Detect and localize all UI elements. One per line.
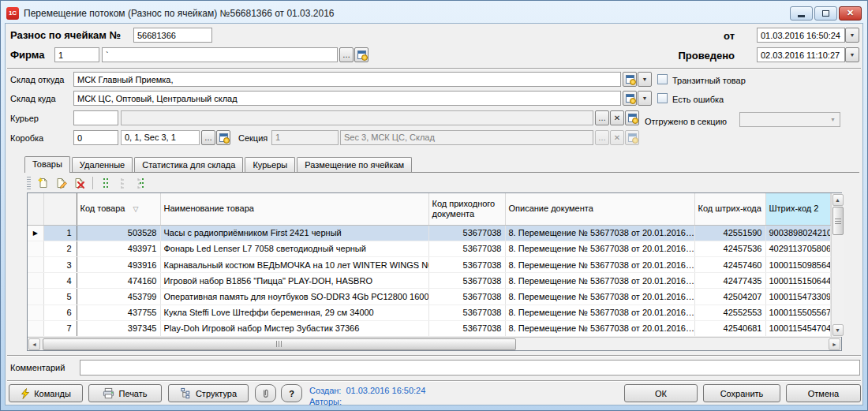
- cell-barcode_code[interactable]: 42552553: [694, 305, 765, 320]
- tab-2[interactable]: Статистика для склада: [134, 157, 243, 172]
- cell-num[interactable]: 6: [43, 305, 77, 320]
- cell-barcode2[interactable]: 1000115454704: [765, 320, 830, 336]
- cancel-button[interactable]: Отмена: [786, 384, 861, 402]
- cell-doc_code[interactable]: 53677038: [428, 256, 505, 272]
- cell-num[interactable]: 4: [43, 273, 77, 289]
- posted-date-input[interactable]: [757, 47, 845, 62]
- cell-name[interactable]: Карнавальный костюм ВЕДЬМОЧКА на 10 лет …: [160, 256, 428, 272]
- close-button[interactable]: ✕: [839, 6, 862, 21]
- commands-button[interactable]: Команды: [9, 384, 83, 402]
- firm-name-input[interactable]: [102, 47, 338, 62]
- date-input[interactable]: [757, 28, 845, 43]
- courier-code-input[interactable]: [73, 110, 118, 125]
- minimize-button[interactable]: [790, 6, 813, 21]
- cell-doc_code[interactable]: 53677038: [428, 273, 505, 289]
- row-marker-cell[interactable]: [28, 241, 43, 256]
- print-button[interactable]: Печать: [88, 384, 162, 402]
- titlebar[interactable]: 1С Перемещение потоком (Разнос по ячейка…: [5, 4, 863, 22]
- attachments-button[interactable]: [255, 384, 276, 402]
- table-row[interactable]: 4474160Игровой набор B1856 "Пицца" PLAY-…: [28, 273, 830, 289]
- vertical-scrollbar[interactable]: ▲ ▼: [831, 193, 844, 337]
- cell-barcode_code[interactable]: 42457536: [694, 241, 765, 256]
- cell-doc_code[interactable]: 53677038: [428, 241, 505, 256]
- comment-input[interactable]: [80, 360, 860, 376]
- add-row-button[interactable]: [36, 176, 51, 190]
- cell-name[interactable]: Оперативная память для ноутбуков SO-DDR3…: [160, 289, 428, 305]
- table-row[interactable]: 3493916Карнавальный костюм ВЕДЬМОЧКА на …: [28, 256, 830, 272]
- cell-doc_code[interactable]: 53677038: [428, 320, 505, 336]
- firm-code-input[interactable]: [54, 47, 99, 62]
- cell-doc_desc[interactable]: 8. Перемещение № 53677038 от 20.01.2016…: [505, 289, 694, 305]
- cell-name[interactable]: Фонарь Led Lenser L7 7058 светодиодный ч…: [160, 241, 428, 256]
- table-row[interactable]: 7397345Play-Doh Игровой набор Мистер Зуб…: [28, 320, 830, 336]
- transit-goods-checkbox[interactable]: [657, 74, 668, 84]
- row-marker-cell[interactable]: [28, 289, 43, 305]
- structure-button[interactable]: Структура: [168, 384, 249, 402]
- toolbar-drag-handle[interactable]: [27, 177, 31, 189]
- firm-ellipsis-button[interactable]: …: [339, 47, 354, 62]
- cell-barcode2[interactable]: 9003898024210: [765, 225, 830, 241]
- scroll-down-button[interactable]: ▼: [832, 324, 844, 336]
- tab-1[interactable]: Удаленные: [72, 157, 133, 172]
- cell-num[interactable]: 1: [43, 225, 77, 241]
- cell-barcode2[interactable]: 4029113705806: [765, 241, 830, 256]
- cell-name[interactable]: Play-Doh Игровой набор Мистер Зубастик 3…: [160, 320, 428, 336]
- edit-row-button[interactable]: [54, 176, 69, 190]
- table-row[interactable]: 2493971Фонарь Led Lenser L7 7058 светоди…: [28, 241, 830, 256]
- cell-doc_code[interactable]: 53677038: [428, 305, 505, 320]
- save-button[interactable]: Сохранить: [703, 384, 780, 402]
- vertical-scroll-thumb[interactable]: [832, 207, 844, 235]
- warehouse-from-input[interactable]: [73, 72, 621, 87]
- tab-3[interactable]: Курьеры: [245, 157, 295, 172]
- column-header-barcode2[interactable]: Штрих-код 2: [765, 193, 830, 225]
- column-header-barcode-code[interactable]: Код штрих-кода: [694, 193, 765, 225]
- scroll-up-button[interactable]: ▲: [832, 194, 844, 206]
- unmark-rows-button[interactable]: [116, 176, 132, 190]
- mark-rows-button[interactable]: [98, 176, 114, 190]
- current-row-pointer-icon[interactable]: ▶: [28, 225, 43, 241]
- box-code-input[interactable]: [73, 130, 118, 145]
- column-header-item-name[interactable]: Наименование товара: [160, 193, 428, 225]
- delete-row-button[interactable]: [72, 176, 88, 190]
- cell-barcode2[interactable]: 1000115150644: [765, 273, 830, 289]
- cell-code[interactable]: 474160: [77, 273, 160, 289]
- ok-button[interactable]: ОК: [624, 384, 698, 402]
- posted-dropdown-button[interactable]: ▼: [845, 47, 859, 62]
- cell-code[interactable]: 493916: [77, 256, 160, 272]
- has-error-checkbox[interactable]: [657, 93, 668, 103]
- cell-num[interactable]: 7: [43, 320, 77, 336]
- cell-code[interactable]: 437755: [77, 305, 160, 320]
- courier-open-button[interactable]: [625, 110, 639, 125]
- cell-doc_code[interactable]: 53677038: [428, 289, 505, 305]
- horizontal-scroll-track[interactable]: [41, 338, 828, 350]
- warehouse-to-input[interactable]: [73, 91, 621, 106]
- cell-name[interactable]: Часы с радиоприёмником First 2421 черный: [160, 225, 428, 241]
- cell-barcode_code[interactable]: 42477435: [694, 273, 765, 289]
- cell-doc_desc[interactable]: 8. Перемещение № 53677038 от 20.01.2016…: [505, 241, 694, 256]
- column-header-incoming-doc-code[interactable]: Код приходного документа: [428, 193, 505, 225]
- cell-num[interactable]: 2: [43, 241, 77, 256]
- row-marker-cell[interactable]: [28, 305, 43, 320]
- cell-num[interactable]: 3: [43, 256, 77, 272]
- cell-code[interactable]: 493971: [77, 241, 160, 256]
- cell-num[interactable]: 5: [43, 289, 77, 305]
- maximize-button[interactable]: [814, 6, 837, 21]
- row-marker-cell[interactable]: [28, 256, 43, 272]
- courier-ellipsis-button[interactable]: …: [595, 110, 609, 125]
- column-header-doc-description[interactable]: Описание документа: [505, 193, 694, 225]
- horizontal-scrollbar[interactable]: ◄ ►: [28, 337, 841, 350]
- box-ellipsis-button[interactable]: …: [201, 130, 215, 145]
- box-open-button[interactable]: [216, 130, 230, 145]
- cell-barcode_code[interactable]: 42540681: [694, 320, 765, 336]
- cell-barcode2[interactable]: 1000115505567: [765, 305, 830, 320]
- warehouse-to-dropdown-button[interactable]: ▼: [638, 91, 652, 106]
- cell-doc_desc[interactable]: 8. Перемещение № 53677038 от 20.01.2016…: [505, 273, 694, 289]
- table-row[interactable]: ▶1503528Часы с радиоприёмником First 242…: [28, 225, 830, 241]
- scroll-left-button[interactable]: ◄: [28, 338, 40, 350]
- doc-number-input[interactable]: [133, 28, 212, 43]
- cell-doc_code[interactable]: 53677038: [428, 225, 505, 241]
- row-marker-cell[interactable]: [28, 320, 43, 336]
- table-row[interactable]: 5453799Оперативная память для ноутбуков …: [28, 289, 830, 305]
- cell-name[interactable]: Игровой набор B1856 "Пицца" PLAY-DOH, HA…: [160, 273, 428, 289]
- warehouse-from-open-button[interactable]: [623, 72, 637, 87]
